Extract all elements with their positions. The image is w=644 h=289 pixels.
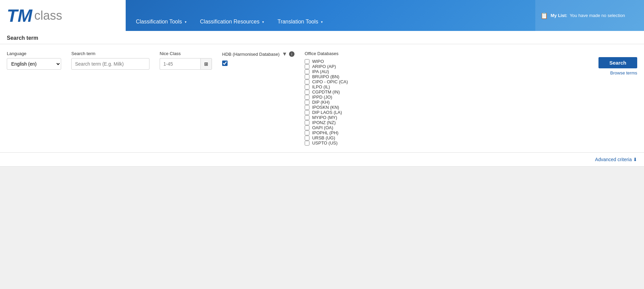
db-row-dip_laos: DIP LAOS (LA) <box>305 110 373 115</box>
db-label-cgpdtm: CGPDTM (IN) <box>312 89 340 95</box>
db-label-dip: DIP (KH) <box>312 100 330 105</box>
db-row-ippd: IPPD (JO) <box>305 95 373 100</box>
language-label: Language <box>7 51 61 56</box>
nice-class-label: Nice Class <box>160 51 212 56</box>
advanced-criteria-link[interactable]: Advanced criteria ⬇ <box>595 157 637 162</box>
db-checkbox-dip[interactable] <box>305 100 309 105</box>
db-label-ilpo: ILPO (IL) <box>312 84 330 89</box>
db-label-aripo: ARIPO (AP) <box>312 64 336 69</box>
hdb-checkbox-row <box>222 59 294 67</box>
nav-classification-resources[interactable]: Classification Resources ▾ <box>193 13 271 31</box>
browse-terms-link[interactable]: Browse terms <box>610 70 637 75</box>
search-section-title: Search term <box>0 31 644 44</box>
db-checkbox-myipo[interactable] <box>305 115 309 120</box>
search-section: Search term Language English (en) French… <box>0 31 644 167</box>
chevron-down-icon: ▾ <box>262 20 264 24</box>
db-checkbox-iposkn[interactable] <box>305 105 309 110</box>
chevron-down-icon: ▾ <box>321 20 323 24</box>
db-checkbox-ippd[interactable] <box>305 95 309 100</box>
language-group: Language English (en) French (fr) German… <box>7 51 61 70</box>
db-row-wipo: WIPO <box>305 59 373 64</box>
db-label-ipa: IPA (AU) <box>312 69 329 74</box>
mylist-icon: 📋 <box>540 12 548 19</box>
chevron-down-icon: ▾ <box>185 20 186 24</box>
logo-class: class <box>34 8 62 23</box>
db-label-dip_laos: DIP LAOS (LA) <box>312 110 342 115</box>
db-checkbox-ipa[interactable] <box>305 69 309 74</box>
db-checkbox-cipo[interactable] <box>305 80 309 84</box>
db-row-ipa: IPA (AU) <box>305 69 373 74</box>
db-checkbox-dip_laos[interactable] <box>305 110 309 115</box>
db-row-ipophl: IPOPHL (PH) <box>305 130 373 135</box>
db-checkbox-oapi[interactable] <box>305 125 309 130</box>
main-content <box>0 167 644 289</box>
advanced-row: Advanced criteria ⬇ <box>0 152 644 166</box>
db-label-myipo: MYIPO (MY) <box>312 115 337 120</box>
hdb-label: HDB (Harmonised Database) <box>222 52 280 57</box>
db-label-uspto: USPTO (US) <box>312 140 338 146</box>
db-checkbox-bruipo[interactable] <box>305 74 309 79</box>
hdb-group: HDB (Harmonised Database) ▼ i <box>222 51 294 67</box>
hdb-checkbox[interactable] <box>222 61 228 66</box>
logo-area: TM class <box>0 0 126 31</box>
db-label-bruipo: BRUIPO (BN) <box>312 74 339 79</box>
db-checkbox-ursb[interactable] <box>305 136 309 140</box>
nice-class-picker-button[interactable]: ⊞ <box>200 58 212 70</box>
nav-area: Classification Tools ▾ Classification Re… <box>126 0 535 31</box>
db-row-cipo: CIPO - OPIC (CA) <box>305 79 373 84</box>
mylist-text: My List: You have made no selection <box>551 13 625 18</box>
db-label-oapi: OAPI (OA) <box>312 125 333 130</box>
office-db-group: Office Databases WIPOARIPO (AP)IPA (AU)B… <box>305 51 373 146</box>
db-label-ursb: URSB (UG) <box>312 135 335 140</box>
download-icon: ⬇ <box>633 157 637 162</box>
db-row-iponz: IPONZ (NZ) <box>305 120 373 125</box>
db-row-ilpo: ILPO (IL) <box>305 84 373 89</box>
search-term-label: Search term <box>71 51 149 56</box>
filter-icon: ▼ <box>282 51 287 57</box>
office-db-list: WIPOARIPO (AP)IPA (AU)BRUIPO (BN)CIPO - … <box>305 59 373 146</box>
db-checkbox-ilpo[interactable] <box>305 85 309 89</box>
search-form: Language English (en) French (fr) German… <box>0 44 644 152</box>
db-label-iponz: IPONZ (NZ) <box>312 120 336 125</box>
db-row-cgpdtm: CGPDTM (IN) <box>305 89 373 95</box>
db-checkbox-aripo[interactable] <box>305 64 309 69</box>
db-row-aripo: ARIPO (AP) <box>305 64 373 69</box>
calendar-grid-icon: ⊞ <box>204 61 208 67</box>
nav-translation-tools[interactable]: Translation Tools ▾ <box>271 13 329 31</box>
db-checkbox-wipo[interactable] <box>305 59 309 64</box>
mylist-area: 📋 My List: You have made no selection <box>535 0 644 31</box>
db-label-cipo: CIPO - OPIC (CA) <box>312 79 348 84</box>
hdb-label-row: HDB (Harmonised Database) ▼ i <box>222 51 294 57</box>
db-label-ipophl: IPOPHL (PH) <box>312 130 339 135</box>
db-checkbox-iponz[interactable] <box>305 120 309 125</box>
db-checkbox-cgpdtm[interactable] <box>305 90 309 95</box>
logo-tm: TM <box>7 7 32 24</box>
search-button[interactable]: Search <box>598 57 637 68</box>
header: TM class Classification Tools ▾ Classifi… <box>0 0 644 31</box>
search-term-group: Search term <box>71 51 149 70</box>
nice-class-input[interactable] <box>160 58 200 70</box>
search-term-input[interactable] <box>71 58 149 70</box>
db-row-oapi: OAPI (OA) <box>305 125 373 130</box>
db-label-iposkn: IPOSKN (KN) <box>312 105 339 110</box>
db-label-ippd: IPPD (JO) <box>312 95 332 100</box>
db-checkbox-uspto[interactable] <box>305 141 309 146</box>
right-section: Office Databases WIPOARIPO (AP)IPA (AU)B… <box>305 51 637 146</box>
office-db-label: Office Databases <box>305 51 373 56</box>
language-select[interactable]: English (en) French (fr) German (de) Spa… <box>7 58 61 70</box>
search-btn-area: Search Browse terms <box>598 51 637 75</box>
db-checkbox-ipophl[interactable] <box>305 131 309 135</box>
info-icon[interactable]: i <box>289 51 294 57</box>
db-row-myipo: MYIPO (MY) <box>305 115 373 120</box>
nav-classification-tools[interactable]: Classification Tools ▾ <box>129 13 193 31</box>
nice-class-group: Nice Class ⊞ <box>160 51 212 70</box>
db-row-iposkn: IPOSKN (KN) <box>305 105 373 110</box>
nice-class-wrapper: ⊞ <box>160 58 212 70</box>
db-row-bruipo: BRUIPO (BN) <box>305 74 373 79</box>
db-row-dip: DIP (KH) <box>305 100 373 105</box>
db-row-ursb: URSB (UG) <box>305 135 373 140</box>
db-row-uspto: USPTO (US) <box>305 140 373 146</box>
db-label-wipo: WIPO <box>312 59 324 64</box>
